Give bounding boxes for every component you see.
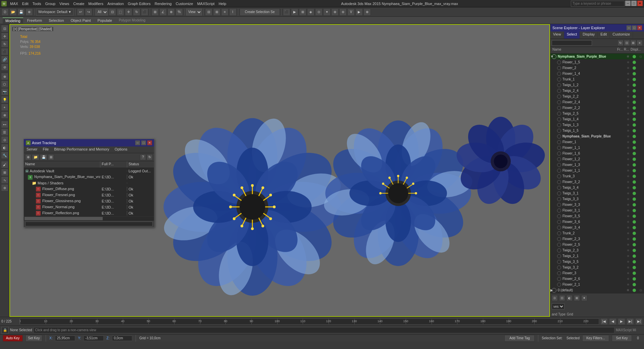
- lt-rotate[interactable]: ↻: [1, 40, 8, 48]
- se-row-25[interactable]: Flower_3_3 ❄: [550, 202, 644, 208]
- minimize-button[interactable]: ─: [625, 1, 631, 6]
- menu-max[interactable]: MAX: [8, 1, 20, 6]
- layer-button[interactable]: ≡: [221, 8, 229, 16]
- new-button[interactable]: 🗋: [1, 8, 9, 16]
- render-button[interactable]: ▶: [291, 8, 298, 16]
- se-row-17[interactable]: Flower_1_2 ❄: [550, 156, 644, 162]
- anim-next-key[interactable]: ▶|: [635, 318, 643, 325]
- se-close-button[interactable]: ✕: [637, 25, 642, 30]
- at-open-btn[interactable]: 📁: [32, 154, 39, 160]
- select-button[interactable]: ⊡: [109, 8, 116, 16]
- se-row-32[interactable]: Flower_2_5 ❄: [550, 242, 644, 247]
- se-row-24[interactable]: Twigs_3_3 ❄: [550, 196, 644, 202]
- se-row-15[interactable]: Flower_1_1 ❄: [550, 145, 644, 151]
- se-row-root-layer[interactable]: ▼ Nymphaea_Siam_Purple_Blue ❄ ⊙: [550, 54, 644, 59]
- se-row-26[interactable]: Flower_3_1 ❄: [550, 208, 644, 213]
- se-tab-select[interactable]: Select: [564, 32, 580, 39]
- menu-rendering[interactable]: Rendering: [153, 1, 174, 6]
- lt-link[interactable]: 🔗: [1, 56, 8, 63]
- menu-edit[interactable]: Edit: [20, 1, 31, 6]
- view-dropdown[interactable]: View: [186, 9, 202, 15]
- se-icon-view-button[interactable]: ⊞: [630, 40, 636, 46]
- menu-modifiers[interactable]: Modifiers: [86, 1, 105, 6]
- at-row-maxfile[interactable]: 3 Nymphaea_Siam_Purple_Blue_max_vray.max…: [24, 174, 154, 180]
- at-grid-btn[interactable]: ⊞: [48, 154, 54, 160]
- se-tab-display[interactable]: Display: [580, 32, 598, 39]
- lt-modifiers[interactable]: ⊷: [1, 121, 8, 128]
- lt-geometry[interactable]: ⬡: [1, 80, 8, 88]
- lt-shapes[interactable]: ⊕: [1, 73, 8, 80]
- se-row-8[interactable]: Flower_2_2 ❄: [550, 105, 644, 111]
- at-row-normal[interactable]: R Flower_Normal.png E:\3D... Ok: [24, 204, 154, 210]
- close-button[interactable]: ✕: [637, 1, 643, 6]
- at-refresh-btn[interactable]: ↻: [147, 154, 153, 160]
- at-menu-server[interactable]: Server: [24, 147, 40, 153]
- rotate-button[interactable]: ↻: [133, 8, 140, 16]
- rsp-icon-btn4[interactable]: ⊞: [574, 295, 580, 301]
- lt-populate[interactable]: ⊞: [1, 169, 8, 176]
- se-list-view-button[interactable]: ≡: [637, 40, 643, 46]
- set-key-2-button[interactable]: Set Key: [612, 335, 632, 342]
- align-button[interactable]: ⊞: [213, 8, 220, 16]
- lt-extra1[interactable]: ∿: [1, 176, 8, 184]
- vray-frame-button[interactable]: ▶: [355, 8, 363, 16]
- se-row-27[interactable]: Flower_3_5 ❄: [550, 213, 644, 219]
- environment-button[interactable]: ⊙: [315, 8, 323, 16]
- lt-scale[interactable]: ⬛: [1, 48, 8, 55]
- create-selection-button[interactable]: Create Selection Se: [240, 8, 280, 16]
- menu-graph-editors[interactable]: Graph Editors: [126, 1, 153, 6]
- render-compositor-button[interactable]: ⊜: [339, 8, 347, 16]
- at-maximize-button[interactable]: □: [141, 140, 146, 145]
- render-to-texture-button[interactable]: ⊛: [331, 8, 339, 16]
- menu-customize[interactable]: Customize: [174, 1, 195, 6]
- at-scrollbar[interactable]: [24, 216, 154, 220]
- se-row-28[interactable]: Flower_3_6 ❄: [550, 219, 644, 225]
- lt-utilities[interactable]: 🔧: [1, 152, 8, 159]
- se-row-34[interactable]: Twigs_2_1 ❄: [550, 253, 644, 259]
- anim-prev-frame[interactable]: ◀: [609, 318, 616, 325]
- se-row-23[interactable]: Twigs_3_1 ❄: [550, 190, 644, 196]
- at-menu-file[interactable]: File: [40, 147, 51, 153]
- menu-animation[interactable]: Animation: [105, 1, 126, 6]
- se-row-2[interactable]: Flower_1_4 ❄: [550, 71, 644, 76]
- select-region-button[interactable]: ⬚: [117, 8, 124, 16]
- tab-object-paint[interactable]: Object Paint: [68, 18, 94, 23]
- at-scroll-thumb[interactable]: [24, 217, 103, 220]
- se-tab-customize[interactable]: Customize: [610, 32, 633, 39]
- se-tab-edit[interactable]: Edit: [598, 32, 610, 39]
- menu-group[interactable]: Group: [43, 1, 58, 6]
- at-row-vault[interactable]: 🏛 Autodesk Vault Logged Out...: [24, 168, 154, 174]
- se-row-29[interactable]: Flower_3_4 ❄: [550, 225, 644, 230]
- menu-maxscript[interactable]: MAXScript: [195, 1, 216, 6]
- at-help-btn[interactable]: ?: [140, 154, 146, 160]
- se-row-7[interactable]: Flower_2_4 ❄: [550, 99, 644, 105]
- se-row-16[interactable]: Flower_1_6 ❄: [550, 151, 644, 156]
- se-row-19[interactable]: Flower_1_1 ❄: [550, 168, 644, 173]
- workspace-dropdown[interactable]: Workspace: Default ▼: [36, 9, 74, 15]
- se-tab-view[interactable]: View: [550, 32, 564, 39]
- rsp-icon-btn5[interactable]: ✦: [581, 295, 587, 301]
- lt-display[interactable]: ◐: [1, 144, 8, 151]
- snap-button[interactable]: ⊞: [151, 8, 159, 16]
- viewport[interactable]: [+] [Perspective] [Shaded] Total Polys: …: [9, 24, 550, 317]
- lt-select[interactable]: ⊡: [1, 25, 8, 32]
- scale-button[interactable]: ⬛: [141, 8, 148, 16]
- at-save-btn[interactable]: 💾: [40, 154, 47, 160]
- at-minimize-button[interactable]: ─: [135, 140, 140, 145]
- se-row-11[interactable]: Twigs_1_3 ❄: [550, 122, 644, 128]
- render-frame-button[interactable]: ⊞: [299, 8, 306, 16]
- rsp-icon-btn3[interactable]: ◐: [566, 295, 573, 301]
- se-row-3[interactable]: Trunk_1 ❄: [550, 76, 644, 82]
- tab-populate[interactable]: Populate: [95, 18, 114, 23]
- at-row-diffuse[interactable]: R Flower_Diffuse.png E:\3D... Ok: [24, 186, 154, 192]
- se-row-1[interactable]: Flower_2 ❄: [550, 65, 644, 71]
- se-row-0[interactable]: Flower_1_5 ❄: [550, 59, 644, 65]
- at-close-button[interactable]: ✕: [147, 140, 152, 145]
- at-row-maps-folder[interactable]: 📁 Maps / Shaders: [24, 180, 154, 186]
- open-button[interactable]: 📂: [9, 8, 17, 16]
- lt-camera[interactable]: 📷: [1, 88, 8, 96]
- extra-btn1[interactable]: ⊕: [363, 8, 371, 16]
- se-row-22[interactable]: Twigs_3_4 ❄: [550, 185, 644, 190]
- se-row-9[interactable]: Twigs_2_5 ❄: [550, 111, 644, 116]
- rsp-aves-select[interactable]: ves: [552, 303, 564, 309]
